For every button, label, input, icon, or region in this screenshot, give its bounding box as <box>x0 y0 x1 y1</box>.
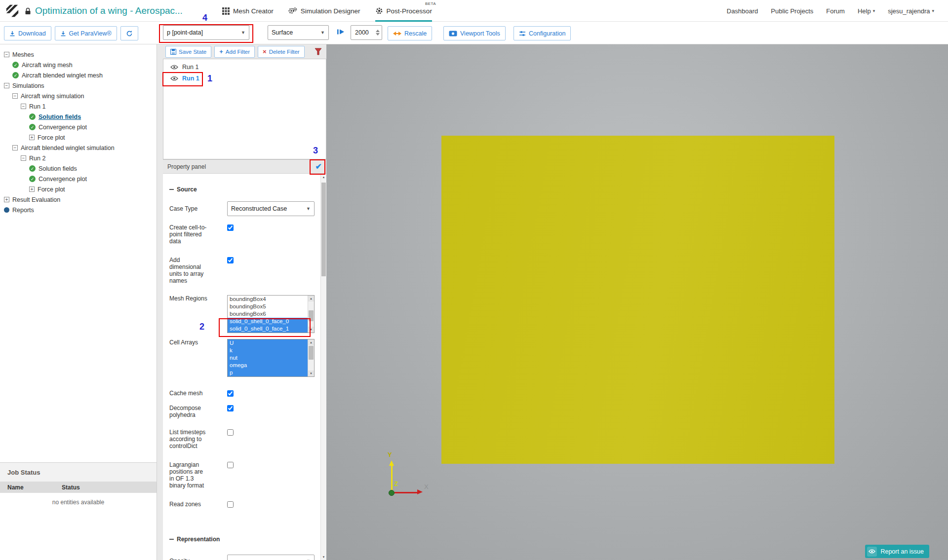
list-item[interactable]: boundingBox6 <box>228 310 308 318</box>
property-panel-scrollbar[interactable]: ▲ ▼ <box>320 174 326 560</box>
button-label: Add Filter <box>226 49 250 55</box>
tree-item-force-plot-2[interactable]: Force plot <box>0 184 157 194</box>
collapse-icon[interactable] <box>12 145 18 150</box>
list-item-selected[interactable]: p <box>228 369 308 376</box>
tree-item-aircraft-blended-winglet-mesh[interactable]: Aircraft blended winglet mesh <box>0 70 157 80</box>
pipeline-item-run1-selected[interactable]: Run 1 <box>163 73 326 84</box>
scroll-down-icon[interactable]: ▼ <box>308 327 314 333</box>
cell-to-point-checkbox[interactable] <box>227 224 234 231</box>
pipeline-item-run1[interactable]: Run 1 <box>163 61 326 73</box>
expand-icon[interactable] <box>29 187 35 192</box>
read-zones-checkbox[interactable] <box>227 501 234 508</box>
section-label: Representation <box>177 536 220 543</box>
nav-forum[interactable]: Forum <box>826 7 845 15</box>
get-paraview-button[interactable]: Get ParaView® <box>55 26 117 40</box>
spinner-icon[interactable] <box>376 30 380 36</box>
list-timesteps-checkbox[interactable] <box>227 429 234 436</box>
collapse-icon[interactable] <box>21 104 26 109</box>
report-issue-button[interactable]: Report an issue <box>865 545 929 558</box>
collapse-icon <box>169 189 174 190</box>
tree-item-force-plot[interactable]: Force plot <box>0 132 157 143</box>
rescale-button[interactable]: Rescale <box>388 26 432 40</box>
tree-item-meshes[interactable]: Meshes <box>0 49 157 60</box>
save-state-button[interactable]: Save State <box>165 46 211 58</box>
opacity-select[interactable]: ▼ <box>227 555 315 560</box>
scroll-up-icon[interactable]: ▲ <box>308 339 314 345</box>
tree-item-simulations[interactable]: Simulations <box>0 80 157 91</box>
field-select[interactable]: p [point-data] ▼ <box>163 25 249 40</box>
check-icon <box>29 165 36 172</box>
list-item[interactable]: boundingBox4 <box>228 296 308 303</box>
collapse-icon[interactable] <box>21 155 26 161</box>
scroll-down-icon[interactable]: ▼ <box>308 371 314 376</box>
representation-select[interactable]: Surface ▼ <box>268 25 329 40</box>
cell-arrays-listbox[interactable]: U k nut omega p ▲ ▼ <box>227 339 315 377</box>
listbox-scrollbar[interactable]: ▲ ▼ <box>308 339 314 376</box>
property-row-cache-mesh: Cache mesh <box>169 390 315 398</box>
timestep-input[interactable]: 2000 <box>351 25 382 40</box>
tree-item-result-evaluation[interactable]: Result Evaluation <box>0 194 157 205</box>
configuration-button[interactable]: Configuration <box>514 26 571 40</box>
add-units-checkbox[interactable] <box>227 257 234 263</box>
expand-icon[interactable] <box>29 135 35 140</box>
scroll-up-icon[interactable]: ▲ <box>321 174 326 180</box>
tree-item-convergence-plot[interactable]: Convergence plot <box>0 122 157 132</box>
scrollbar-thumb[interactable] <box>309 346 314 360</box>
filter-icon[interactable] <box>315 48 322 55</box>
mesh-regions-listbox[interactable]: boundingBox4 boundingBox5 boundingBox6 s… <box>227 295 315 333</box>
scrollbar-thumb[interactable] <box>321 183 326 276</box>
refresh-button[interactable] <box>120 26 138 40</box>
tree-item-run-1[interactable]: Run 1 <box>0 101 157 112</box>
tree-item-reports[interactable]: Reports <box>0 205 157 215</box>
listbox-scrollbar[interactable]: ▲ ▼ <box>308 296 314 333</box>
viewport-tools-button[interactable]: Viewport Tools <box>443 26 506 40</box>
nav-dashboard[interactable]: Dashboard <box>727 7 758 15</box>
eye-icon[interactable] <box>170 76 178 81</box>
tree-item-aircraft-blended-winglet-simulation[interactable]: Aircraft blended winglet simulation <box>0 143 157 153</box>
list-item-selected[interactable]: nut <box>228 354 308 362</box>
collapse-icon[interactable] <box>4 83 9 88</box>
download-button[interactable]: Download <box>4 26 51 40</box>
list-item-selected[interactable]: solid_0_shell_0_face_1 <box>228 325 308 333</box>
tree-item-aircraft-wing-mesh[interactable]: Aircraft wing mesh <box>0 60 157 70</box>
tab-mesh-creator[interactable]: Mesh Creator <box>222 0 274 22</box>
nav-public-projects[interactable]: Public Projects <box>771 7 813 15</box>
section-source[interactable]: Source <box>169 186 315 193</box>
app-logo-icon[interactable] <box>5 3 20 18</box>
tree-item-convergence-plot-2[interactable]: Convergence plot <box>0 174 157 184</box>
list-item[interactable]: boundingBox5 <box>228 303 308 310</box>
expand-icon[interactable] <box>4 197 9 202</box>
lagrangian-checkbox[interactable] <box>227 462 234 468</box>
case-type-select[interactable]: Reconstructed Case ▼ <box>227 201 315 216</box>
list-item-selected[interactable]: U <box>228 339 308 347</box>
eye-icon[interactable] <box>170 65 178 70</box>
apply-check-icon[interactable]: ✔ <box>316 162 322 171</box>
tree-item-run-2[interactable]: Run 2 <box>0 153 157 163</box>
list-item-selected[interactable]: solid_0_shell_0_face_0 <box>228 318 308 325</box>
section-representation[interactable]: Representation <box>169 535 315 543</box>
list-item-selected[interactable]: k <box>228 347 308 354</box>
delete-filter-button[interactable]: × Delete Filter <box>258 46 305 58</box>
play-button[interactable] <box>337 28 345 37</box>
rescale-arrows-icon <box>393 31 401 36</box>
scroll-down-icon[interactable]: ▼ <box>321 554 326 560</box>
scroll-up-icon[interactable]: ▲ <box>308 296 314 301</box>
tree-item-solution-fields-2[interactable]: Solution fields <box>0 163 157 174</box>
tree-item-aircraft-wing-simulation[interactable]: Aircraft wing simulation <box>0 91 157 101</box>
tree-item-solution-fields[interactable]: Solution fields <box>0 112 157 122</box>
nav-help[interactable]: Help▾ <box>858 7 875 15</box>
render-viewport[interactable]: Y Z X Report an issue <box>326 44 948 560</box>
list-item-selected[interactable]: omega <box>228 362 308 369</box>
add-filter-button[interactable]: + Add Filter <box>214 46 255 58</box>
cache-mesh-checkbox[interactable] <box>227 390 234 397</box>
nav-user-menu[interactable]: sjesu_rajendra▾ <box>888 7 934 15</box>
scrollbar-thumb[interactable] <box>309 310 314 321</box>
decompose-polyhedra-checkbox[interactable] <box>227 405 234 411</box>
topbar-nav: Dashboard Public Projects Forum Help▾ sj… <box>727 0 948 22</box>
collapse-icon[interactable] <box>12 93 18 99</box>
tab-simulation-designer[interactable]: Simulation Designer <box>288 0 360 22</box>
tab-post-processor[interactable]: Post-Processor BETA <box>375 0 432 22</box>
collapse-icon[interactable] <box>4 52 9 57</box>
property-label: Mesh Regions <box>169 295 209 333</box>
result-surface[interactable] <box>441 136 834 464</box>
